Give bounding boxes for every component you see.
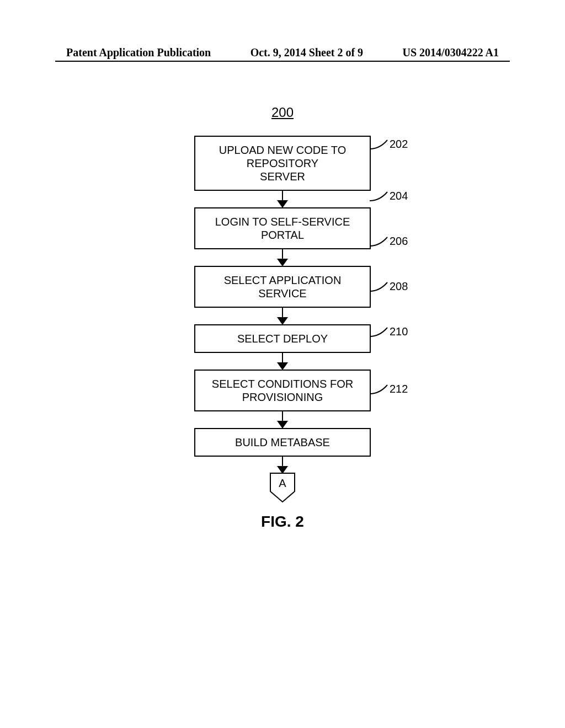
ref-callout: 206 <box>370 235 408 248</box>
flow-step-label-line: SELECT CONDITIONS FOR <box>200 377 365 390</box>
page: Patent Application Publication Oct. 9, 2… <box>0 0 565 728</box>
ref-callout: 210 <box>370 325 408 338</box>
ref-number: 210 <box>390 325 408 338</box>
flow-step-label-line: PROVISIONING <box>200 390 365 404</box>
ref-number: 208 <box>390 280 408 293</box>
flow-arrow-down-icon <box>282 411 283 428</box>
flow-step-build-metabase: BUILD METABASE <box>194 428 371 457</box>
flow-step-label-line: BUILD METABASE <box>200 436 365 449</box>
figure-caption: FIG. 2 <box>0 513 565 531</box>
header-rule-line <box>55 61 510 62</box>
flow-step-login-portal: LOGIN TO SELF-SERVICE PORTAL <box>194 207 371 249</box>
ref-number: 202 <box>390 138 408 151</box>
leader-line-icon <box>370 281 388 292</box>
leader-line-icon <box>370 326 388 338</box>
page-header: Patent Application Publication Oct. 9, 2… <box>0 46 565 59</box>
leader-line-icon <box>370 191 388 202</box>
leader-line-icon <box>370 384 388 395</box>
figure-number: 200 <box>271 105 294 120</box>
ref-callout: 212 <box>370 383 408 395</box>
ref-callout: 202 <box>370 138 408 151</box>
flow-arrow-down-icon <box>282 353 283 370</box>
flow-step-label-line: LOGIN TO SELF-SERVICE PORTAL <box>200 215 365 242</box>
leader-line-icon <box>370 139 388 150</box>
flow-step-select-app-service: SELECT APPLICATION SERVICE <box>194 266 371 308</box>
flow-step-label-line: SELECT DEPLOY <box>200 332 365 345</box>
ref-number: 204 <box>390 190 408 202</box>
flow-step-upload-code: UPLOAD NEW CODE TO REPOSITORY SERVER <box>194 136 371 191</box>
flow-step-label-line: SERVER <box>200 170 365 183</box>
ref-number: 206 <box>390 235 408 248</box>
header-date-sheet: Oct. 9, 2014 Sheet 2 of 9 <box>250 46 363 59</box>
flow-step-select-conditions: SELECT CONDITIONS FOR PROVISIONING <box>194 370 371 411</box>
ref-callout: 204 <box>370 190 408 202</box>
leader-line-icon <box>370 236 388 247</box>
offpage-connector-label: A <box>270 477 295 490</box>
flow-arrow-down-icon <box>282 249 283 266</box>
flowchart: 200 UPLOAD NEW CODE TO REPOSITORY SERVER… <box>0 105 565 502</box>
header-pub-number: US 2014/0304222 A1 <box>403 46 499 59</box>
header-publication-label: Patent Application Publication <box>66 46 211 59</box>
flow-arrow-down-icon <box>282 308 283 324</box>
ref-number: 212 <box>390 383 408 395</box>
offpage-connector: A <box>270 473 295 502</box>
flow-step-label-line: SELECT APPLICATION SERVICE <box>200 274 365 300</box>
ref-callout: 208 <box>370 280 408 293</box>
flow-steps: UPLOAD NEW CODE TO REPOSITORY SERVER 202… <box>194 136 371 502</box>
flow-arrow-down-icon <box>282 191 283 207</box>
flow-arrow-down-icon <box>282 457 283 473</box>
flow-step-label-line: UPLOAD NEW CODE TO REPOSITORY <box>200 143 365 170</box>
flow-step-select-deploy: SELECT DEPLOY <box>194 324 371 353</box>
